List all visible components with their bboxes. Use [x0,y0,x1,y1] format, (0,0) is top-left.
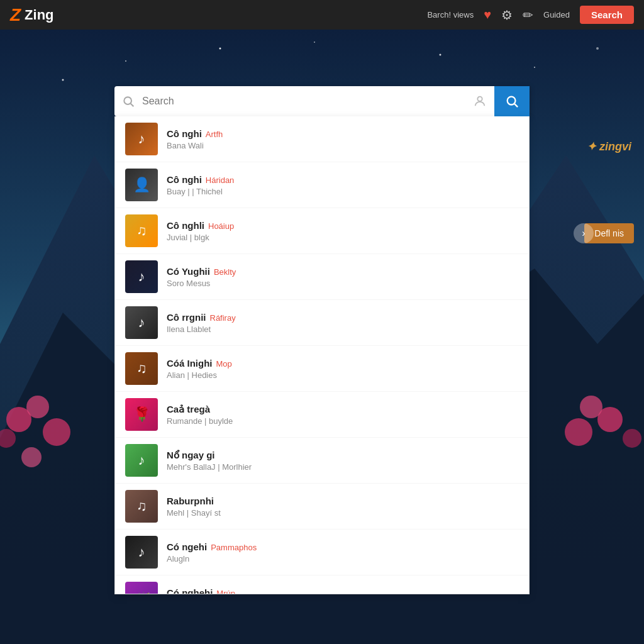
item-artist-tag: Háridan [206,175,235,185]
dropdown-item[interactable]: ♪Cô nghiArtfhBana Wali [115,116,529,162]
item-title-line: Cóá InighiMop [167,358,519,369]
item-info: Có nghehiMrúpViiews [167,587,519,595]
logo-z-icon: Z [10,5,21,25]
item-info: Cô rrgniiRáfirayIlena Llablet [167,312,519,334]
svg-point-28 [477,97,482,101]
search-dropdown: ♪Cô nghiArtfhBana Wali👤Cô nghiHáridanBua… [114,116,530,594]
svg-point-21 [21,447,42,467]
item-artist-tag: Ráfiray [210,313,236,323]
item-title: Caả tregà [167,404,210,414]
dropdown-item[interactable]: 🦋Có nghehiMrúpViiews [115,575,529,594]
svg-point-12 [440,54,441,56]
zing-watermark: ✦ zingvi [587,140,631,153]
svg-point-11 [314,42,315,43]
dropdown-item[interactable]: ♪Nổ ngay giMehr's BallaJ | Morlhier [115,438,529,484]
header: Z Zing Barch! views ♥ ⚙ ✏ Guided Search [0,0,644,30]
item-title: Raburpnhi [167,496,214,506]
item-subtitle: Soro Mesus [167,279,519,288]
svg-point-10 [219,48,221,50]
logo-name: Zing [25,7,53,23]
item-info: Cô nghliHoáiupJuvial | blgk [167,220,519,242]
item-title: Cô nghi [167,174,202,185]
item-artist-tag: Mrúp [216,589,235,595]
svg-point-18 [26,396,49,418]
dropdown-item[interactable]: ♫Cóá InighiMopAlian | Hedies [115,346,529,392]
item-thumbnail: ♪ [125,306,158,339]
item-title: Có Yughii [167,266,210,277]
item-title: Có nghehi [167,587,213,595]
right-arrow-button[interactable]: › [574,223,594,243]
settings-icon[interactable]: ⚙ [501,8,513,23]
user-icon[interactable] [465,86,494,116]
search-bar-icon [114,86,142,116]
search-header-button[interactable]: Search [580,6,634,24]
item-title-line: Cô nghiArtfh [167,128,519,140]
item-title: Cô nghli [167,220,204,231]
svg-line-27 [131,104,134,107]
item-subtitle: Alian | Hedies [167,370,519,380]
item-subtitle: Buay | | Thichel [167,187,519,196]
item-title: Có ngehi [167,541,207,552]
svg-point-9 [125,60,126,62]
svg-line-30 [514,104,518,107]
item-subtitle: Mehr's BallaJ | Morlhier [167,462,519,472]
item-artist-tag: Pammaphos [211,543,257,552]
item-title-line: Cô nghiHáridan [167,174,519,186]
item-title: Cóá Inighi [167,358,213,369]
item-title-line: Nổ ngay gi [167,450,519,461]
item-thumbnail: ♫ [125,214,158,247]
heart-icon[interactable]: ♥ [484,8,491,22]
item-title: Cô nghi [167,128,202,139]
item-info: Cô nghiArtfhBana Wali [167,128,519,150]
item-thumbnail: ♪ [125,260,158,293]
item-artist-tag: Hoáiup [208,221,234,231]
dropdown-item[interactable]: ♪Có ngehiPammaphosAlugln [115,530,529,575]
item-artist-tag: Artfh [206,130,223,139]
item-thumbnail: 👤 [125,169,158,201]
item-info: RaburpnhiMehl | Shayí st [167,496,519,518]
item-title: Nổ ngay gi [167,450,215,460]
item-subtitle: Ilena Llablet [167,325,519,334]
svg-point-14 [596,47,599,50]
dropdown-item[interactable]: ♪Có YughiiBekltySoro Mesus [115,254,529,300]
svg-point-23 [580,396,602,418]
svg-point-8 [62,79,64,81]
item-subtitle: Bana Wali [167,141,519,150]
item-title-line: Có ngehiPammaphos [167,541,519,553]
edit-icon[interactable]: ✏ [523,8,533,23]
item-thumbnail: ♪ [125,444,158,477]
item-subtitle: Alugln [167,554,519,564]
item-thumbnail: ♫ [125,352,158,385]
item-title-line: Caả tregà [167,404,519,415]
svg-point-29 [508,97,516,105]
item-subtitle: Rumande | buylde [167,416,519,426]
dropdown-list: ♪Cô nghiArtfhBana Wali👤Cô nghiHáridanBua… [115,116,529,594]
item-title-line: Cô nghliHoáiup [167,220,519,231]
dropdown-item[interactable]: ♫Cô nghliHoáiupJuvial | blgk [115,208,529,254]
svg-point-24 [623,429,641,448]
svg-point-13 [534,67,535,68]
search-container: ♪Cô nghiArtfhBana Wali👤Cô nghiHáridanBua… [114,86,530,116]
item-info: Có YughiiBekltySoro Mesus [167,266,519,288]
hero-section: ✦ zingvi Defl nis › [0,30,644,644]
item-subtitle: Juvial | blgk [167,233,519,242]
item-thumbnail: ♫ [125,490,158,523]
item-title-line: Có nghehiMrúp [167,587,519,595]
item-info: Nổ ngay giMehr's BallaJ | Morlhier [167,450,519,472]
item-title-line: Cô rrgniiRáfiray [167,312,519,323]
item-thumbnail: 🌹 [125,398,158,431]
item-title-line: Có YughiiBeklty [167,266,519,277]
guided-text: Guided [543,10,570,19]
search-input[interactable] [142,86,465,116]
dropdown-item[interactable]: ♫RaburpnhiMehl | Shayí st [115,484,529,530]
dropdown-item[interactable]: 👤Cô nghiHáridanBuay | | Thichel [115,162,529,208]
dropdown-item[interactable]: 🌹Caả tregàRumande | buylde [115,392,529,438]
item-info: Có ngehiPammaphosAlugln [167,541,519,564]
dropdown-item[interactable]: ♪Cô rrgniiRáfirayIlena Llablet [115,300,529,346]
item-info: Cóá InighiMopAlian | Hedies [167,358,519,380]
item-subtitle: Mehl | Shayí st [167,508,519,518]
search-submit-button[interactable] [494,86,530,116]
item-thumbnail: 🦋 [125,582,158,594]
item-artist-tag: Beklty [214,267,236,277]
item-title: Cô rrgnii [167,312,206,323]
